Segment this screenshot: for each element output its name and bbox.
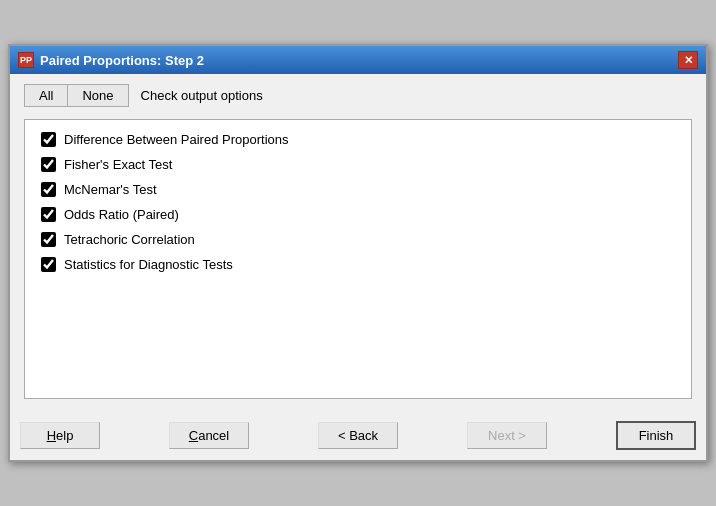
window-icon: PP — [18, 52, 34, 68]
checkbox-5[interactable] — [41, 232, 56, 247]
checkbox-item-5: Tetrachoric Correlation — [41, 232, 675, 247]
checkbox-6[interactable] — [41, 257, 56, 272]
cancel-button[interactable]: Cancel — [169, 422, 249, 449]
toolbar: All None Check output options — [24, 84, 692, 107]
finish-button[interactable]: Finish — [616, 421, 696, 450]
checkbox-label-2[interactable]: Fisher's Exact Test — [64, 157, 172, 172]
checkbox-item-2: Fisher's Exact Test — [41, 157, 675, 172]
checkbox-2[interactable] — [41, 157, 56, 172]
checkbox-item-4: Odds Ratio (Paired) — [41, 207, 675, 222]
toolbar-description: Check output options — [129, 85, 275, 106]
title-bar-left: PP Paired Proportions: Step 2 — [18, 52, 204, 68]
checkbox-label-4[interactable]: Odds Ratio (Paired) — [64, 207, 179, 222]
button-row: Help Cancel < Back Next > Finish — [10, 409, 706, 460]
checkbox-label-6[interactable]: Statistics for Diagnostic Tests — [64, 257, 233, 272]
content-area: All None Check output options Difference… — [10, 74, 706, 409]
window-title: Paired Proportions: Step 2 — [40, 53, 204, 68]
main-window: PP Paired Proportions: Step 2 ✕ All None… — [8, 44, 708, 462]
back-button[interactable]: < Back — [318, 422, 398, 449]
close-button[interactable]: ✕ — [678, 51, 698, 69]
next-button[interactable]: Next > — [467, 422, 547, 449]
checkbox-3[interactable] — [41, 182, 56, 197]
help-button[interactable]: Help — [20, 422, 100, 449]
checkbox-label-1[interactable]: Difference Between Paired Proportions — [64, 132, 289, 147]
checkbox-label-3[interactable]: McNemar's Test — [64, 182, 157, 197]
none-button[interactable]: None — [67, 84, 128, 107]
title-bar: PP Paired Proportions: Step 2 ✕ — [10, 46, 706, 74]
checkbox-4[interactable] — [41, 207, 56, 222]
checkbox-item-1: Difference Between Paired Proportions — [41, 132, 675, 147]
checkbox-item-3: McNemar's Test — [41, 182, 675, 197]
checkbox-item-6: Statistics for Diagnostic Tests — [41, 257, 675, 272]
checkbox-label-5[interactable]: Tetrachoric Correlation — [64, 232, 195, 247]
options-area: Difference Between Paired Proportions Fi… — [24, 119, 692, 399]
checkbox-1[interactable] — [41, 132, 56, 147]
all-button[interactable]: All — [24, 84, 67, 107]
